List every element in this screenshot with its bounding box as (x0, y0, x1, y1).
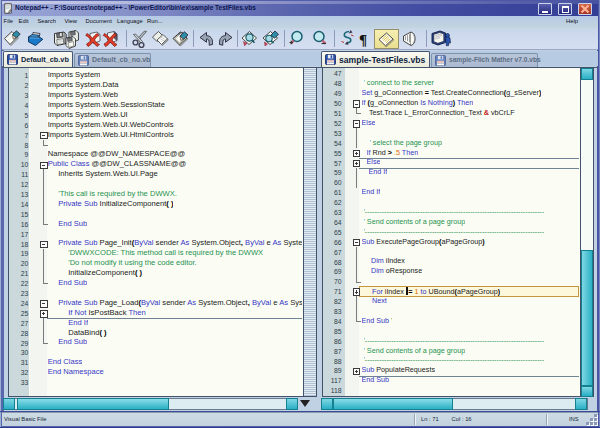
svg-text:¶: ¶ (359, 31, 367, 47)
